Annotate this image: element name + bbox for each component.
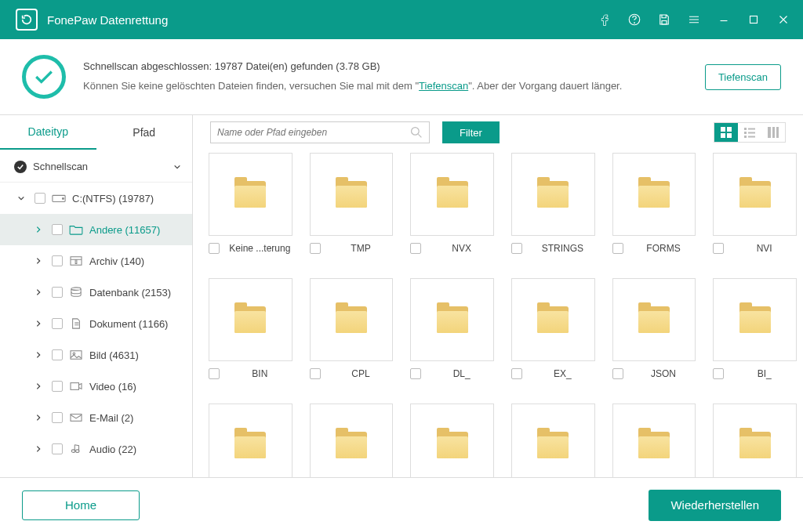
checkbox[interactable] — [52, 318, 63, 329]
minimize-button[interactable] — [710, 6, 737, 33]
folder-item[interactable]: PD_ — [410, 404, 494, 477]
folder-name: CPL — [329, 368, 394, 379]
deep-scan-button[interactable]: Tiefenscan — [705, 64, 781, 90]
tree-item[interactable]: Video (16) — [0, 371, 192, 402]
maximize-button[interactable] — [740, 6, 767, 33]
view-switcher — [714, 122, 786, 143]
database-icon — [69, 287, 83, 298]
svg-rect-14 — [721, 127, 725, 132]
checkbox[interactable] — [511, 368, 522, 379]
facebook-icon[interactable] — [591, 6, 618, 33]
search-input[interactable] — [217, 127, 410, 138]
checkbox[interactable] — [52, 255, 63, 266]
folder-icon — [234, 432, 266, 458]
file-tree: Schnellscan C:(NTFS) (19787) Andere (116… — [0, 150, 192, 477]
folder-icon — [437, 181, 468, 208]
folder-thumb — [310, 404, 394, 477]
svg-rect-17 — [727, 133, 732, 138]
check-circle-icon — [22, 55, 66, 99]
close-button[interactable] — [770, 6, 797, 33]
folder-item[interactable]: CFG — [511, 404, 595, 477]
folder-item[interactable]: TMP — [310, 153, 394, 261]
chevron-down-icon — [14, 194, 28, 202]
svg-point-4 — [63, 198, 64, 200]
folder-item[interactable]: NVI — [713, 153, 797, 261]
tree-item[interactable]: Archiv (140) — [0, 245, 192, 277]
folder-item[interactable]: CPL — [310, 278, 394, 386]
checkbox[interactable] — [35, 193, 45, 204]
checkbox[interactable] — [52, 412, 63, 423]
checkbox[interactable] — [52, 381, 63, 392]
folder-name: DL_ — [429, 368, 494, 379]
folder-item[interactable]: BI_ — [713, 278, 797, 386]
folder-item[interactable]: INF — [310, 404, 394, 477]
checkbox[interactable] — [52, 224, 63, 235]
folder-item[interactable]: BIN — [209, 278, 292, 386]
folder-item[interactable]: Keine ...terung — [209, 153, 292, 261]
folder-item[interactable]: NVX — [410, 153, 494, 261]
folder-item[interactable]: CAT — [209, 404, 292, 477]
tree-root[interactable]: Schnellscan — [0, 151, 192, 183]
tree-item[interactable]: E-Mail (2) — [0, 402, 192, 433]
tab-path[interactable]: Pfad — [96, 115, 193, 150]
title-bar: FonePaw Datenrettung — [0, 0, 803, 39]
folder-item[interactable]: DL_ — [410, 278, 494, 386]
folder-item[interactable]: PB — [612, 404, 696, 477]
sidebar: Dateityp Pfad Schnellscan C:(NTFS) (1978… — [0, 115, 193, 477]
folder-item[interactable]: STRINGS — [511, 153, 595, 261]
tree-item-label: Andere (11657) — [89, 224, 184, 236]
search-box[interactable] — [210, 121, 430, 143]
checkbox[interactable] — [52, 287, 63, 298]
folder-item[interactable]: EX_ — [511, 278, 595, 386]
tree-item[interactable]: Dokument (1166) — [0, 308, 192, 339]
folder-thumb — [209, 278, 292, 361]
folder-icon — [437, 306, 468, 333]
filter-button[interactable]: Filter — [442, 121, 500, 143]
folder-grid: Keine ...terungTMPNVXSTRINGSFORMSNVIBINC… — [209, 153, 797, 477]
folder-item[interactable]: SY_ — [713, 404, 797, 477]
recover-button[interactable]: Wiederherstellen — [649, 490, 781, 521]
checkbox[interactable] — [612, 243, 623, 254]
checkbox[interactable] — [310, 243, 321, 254]
tree-item[interactable]: Datenbank (2153) — [0, 277, 192, 308]
folder-icon — [336, 181, 367, 208]
summary-subline: Können Sie keine gelöschten Dateien find… — [83, 77, 689, 96]
checkbox[interactable] — [410, 368, 421, 379]
tab-filetype[interactable]: Dateityp — [0, 115, 96, 150]
checkbox[interactable] — [612, 368, 623, 379]
folder-thumb — [209, 153, 292, 236]
deep-scan-link[interactable]: Tiefenscan — [419, 80, 468, 92]
checkbox[interactable] — [713, 243, 724, 254]
folder-item[interactable]: JSON — [612, 278, 696, 386]
tree-item[interactable]: Bild (4631) — [0, 339, 192, 371]
view-list-button[interactable] — [738, 123, 761, 142]
menu-icon[interactable] — [681, 6, 707, 33]
home-button[interactable]: Home — [22, 490, 140, 520]
folder-name: NVX — [429, 243, 494, 254]
checkbox[interactable] — [511, 243, 522, 254]
checkbox[interactable] — [52, 443, 63, 454]
view-grid-button[interactable] — [714, 123, 738, 142]
checkbox[interactable] — [310, 368, 321, 379]
tree-item[interactable]: Audio (22) — [0, 433, 192, 465]
checkbox[interactable] — [209, 243, 220, 254]
view-detail-button[interactable] — [761, 123, 785, 142]
svg-point-6 — [71, 288, 81, 291]
tree-drive[interactable]: C:(NTFS) (19787) — [0, 183, 192, 214]
folder-icon — [638, 432, 670, 458]
svg-rect-21 — [748, 132, 755, 134]
help-icon[interactable] — [621, 6, 648, 33]
checkbox[interactable] — [209, 368, 220, 379]
folder-icon — [234, 306, 266, 333]
tree-item[interactable]: Andere (11657) — [0, 214, 192, 245]
svg-point-8 — [73, 353, 75, 355]
folder-item[interactable]: FORMS — [612, 153, 696, 261]
checkbox[interactable] — [410, 243, 421, 254]
checkbox[interactable] — [52, 349, 63, 360]
save-icon[interactable] — [651, 6, 678, 33]
checkbox[interactable] — [713, 368, 724, 379]
folder-thumb — [310, 153, 394, 236]
chevron-right-icon — [31, 226, 45, 233]
folder-grid-scroll[interactable]: Keine ...terungTMPNVXSTRINGSFORMSNVIBINC… — [193, 150, 803, 477]
chevron-right-icon — [31, 288, 45, 296]
